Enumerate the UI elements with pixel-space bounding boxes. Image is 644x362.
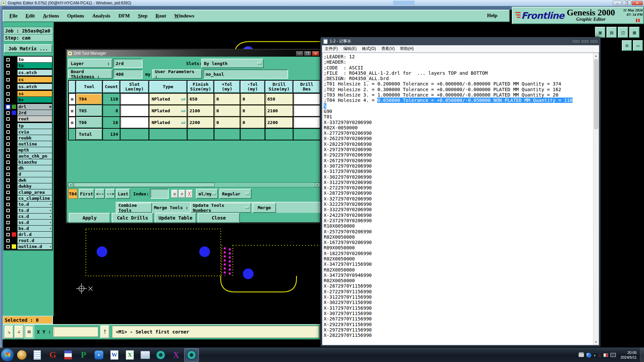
toolbar-button[interactable]: ◫ xyxy=(618,27,628,38)
input-flag-icon[interactable] xyxy=(603,353,608,357)
menu-item[interactable]: Rout xyxy=(156,13,166,19)
layer-checkbox[interactable] xyxy=(6,167,10,170)
layer-row[interactable]: rout.d ➤ ⊞ xyxy=(4,238,52,243)
delete-tool-button[interactable]: ╳ xyxy=(186,190,193,198)
notepad-menu-item[interactable]: 格式(O) xyxy=(359,46,378,52)
layer-checkbox[interactable] xyxy=(6,105,10,109)
minus-tol-input[interactable]: 0 xyxy=(240,105,265,116)
layer-checkbox[interactable] xyxy=(6,221,10,224)
drill-size-input[interactable]: 2200 xyxy=(265,117,293,128)
layer-checkbox[interactable] xyxy=(6,239,10,242)
apply-button[interactable]: Apply xyxy=(69,213,110,223)
layer-checkbox[interactable] xyxy=(6,98,10,102)
type-dropdown[interactable]: NPlated xyxy=(149,94,187,105)
layer-checkbox[interactable] xyxy=(6,197,10,200)
p-app-icon[interactable]: P xyxy=(76,348,91,362)
flag-tool-button[interactable]: ◇ xyxy=(179,190,185,198)
layer-row[interactable]: to.d ➤ ⊞ xyxy=(4,201,52,207)
layer-row[interactable]: cs.d ➤ ⊞ xyxy=(4,214,52,219)
layer-row[interactable]: cs ➤ ⊞ xyxy=(4,77,52,82)
keyboard-icon[interactable] xyxy=(610,353,616,357)
toolbar-button[interactable]: ▤ xyxy=(606,27,617,38)
tool-button[interactable]: T04 xyxy=(76,94,102,105)
layer-row[interactable]: biaozhu ➤ ⊞ xyxy=(4,159,52,165)
layer-checkbox[interactable] xyxy=(6,124,10,128)
finish-size-input[interactable]: 650 xyxy=(187,94,214,105)
merge-button[interactable]: Merge xyxy=(253,203,276,213)
layer-row[interactable]: d ➤ ⊞ xyxy=(4,171,52,177)
prev-button[interactable]: <-- xyxy=(95,189,105,199)
layer-checkbox[interactable] xyxy=(6,142,10,146)
layer-row[interactable]: dwkby ➤ ⊞ xyxy=(4,183,52,189)
drill-des-input[interactable] xyxy=(293,94,320,105)
toolbar-button[interactable]: ⊞ xyxy=(622,40,632,51)
layer-row[interactable]: 2rd ➤ ⊞ xyxy=(4,110,52,116)
notepad-menu-item[interactable]: 查看(V) xyxy=(379,46,397,52)
layer-checkbox[interactable] xyxy=(6,71,10,74)
menu-item[interactable]: Options xyxy=(67,13,84,19)
notepad-text-area[interactable]: ;LEADER: 12 ;HEADER: ;CODE : ASCII ;FILE… xyxy=(322,53,593,345)
plus-tol-input[interactable]: 0 xyxy=(214,94,240,105)
notepad-close-button[interactable] xyxy=(590,39,598,44)
layer-row[interactable]: bs ➤ ⊞ xyxy=(4,97,52,103)
menu-item[interactable]: File xyxy=(9,13,17,19)
layer-row[interactable]: auto_chk_pn ➤ ⊞ xyxy=(4,153,52,159)
layer-checkbox[interactable] xyxy=(6,155,10,158)
start-button[interactable] xyxy=(1,349,14,361)
layer-checkbox[interactable] xyxy=(6,78,10,81)
layer-row[interactable]: ss.etch ➤ ⊞ xyxy=(4,84,52,89)
mode-dropdown[interactable]: Regular xyxy=(219,189,252,199)
layer-checkbox[interactable] xyxy=(6,227,10,230)
layer-row[interactable]: cs.etch ➤ ⊞ xyxy=(4,70,52,75)
slot-len-input[interactable] xyxy=(120,105,149,116)
zoom-fit-button[interactable]: ⇘ xyxy=(4,325,13,338)
layer-row[interactable]: bs.d ➤ ⊞ xyxy=(4,226,52,231)
layer-checkbox[interactable] xyxy=(6,111,10,115)
layer-value-input[interactable]: 2rd xyxy=(113,59,143,68)
slot-len-input[interactable] xyxy=(120,94,149,105)
printer-icon[interactable] xyxy=(579,353,584,357)
toolbar-button[interactable]: ▭ xyxy=(633,40,643,51)
layer-checkbox[interactable] xyxy=(6,58,10,61)
genesis-icon[interactable] xyxy=(153,348,168,362)
grid-toggle-button[interactable]: ⊞ xyxy=(24,325,34,338)
layer-row[interactable]: cs_clampline ➤ ⊞ xyxy=(4,195,52,201)
shell-icon[interactable] xyxy=(14,348,29,362)
layer-checkbox[interactable] xyxy=(6,191,10,194)
notepad-menu-item[interactable]: 编辑(E) xyxy=(340,46,359,52)
layer-checkbox[interactable] xyxy=(6,64,10,67)
snap-angle-button[interactable]: ∠ xyxy=(14,325,23,338)
type-dropdown[interactable]: NPlated xyxy=(149,117,187,128)
layer-row[interactable]: to ➤ ⊞ xyxy=(4,57,52,62)
layer-row[interactable]: ss.d ➤ ⊞ xyxy=(4,220,52,225)
highlight-tool-button[interactable]: ◎ xyxy=(171,190,178,198)
drill-size-input[interactable]: 2100 xyxy=(265,105,293,116)
layer-row[interactable]: drl ➤ ⊞ xyxy=(4,104,52,110)
drill-des-input[interactable] xyxy=(293,105,320,116)
layer-checkbox[interactable] xyxy=(6,130,10,134)
x-server-icon[interactable]: X xyxy=(169,348,183,362)
word-icon[interactable]: W xyxy=(107,348,122,362)
show-hidden-icons-icon[interactable]: ▴ xyxy=(594,353,596,357)
minus-tol-input[interactable]: 0 xyxy=(240,94,265,105)
close-button[interactable]: ✕ xyxy=(632,1,643,5)
index-input[interactable] xyxy=(150,189,169,199)
layer-row[interactable]: cvia ➤ ⊞ xyxy=(4,129,52,135)
folder-icon[interactable] xyxy=(138,348,153,362)
help-icon[interactable]: ? xyxy=(586,353,591,358)
excel-icon[interactable]: X xyxy=(122,348,137,362)
tool-button[interactable]: T06 xyxy=(76,117,102,128)
dialog-close-icon[interactable]: ✕ xyxy=(312,51,319,56)
toolbar-button[interactable]: ▣ xyxy=(595,27,605,38)
menu-item[interactable]: Edit xyxy=(25,13,35,19)
layer-checkbox[interactable] xyxy=(6,203,10,206)
layer-row[interactable]: rout ➤ ⊞ xyxy=(4,116,52,122)
prompt-icon[interactable]: ! xyxy=(100,325,109,338)
toolbar-button[interactable]: ▦ xyxy=(629,27,640,38)
drill-des-input[interactable] xyxy=(293,117,320,128)
finish-size-input[interactable]: 2200 xyxy=(187,117,214,128)
notepad-menu-item[interactable]: 文件(F) xyxy=(322,46,340,52)
board-thickness-input[interactable]: 400 xyxy=(113,69,143,79)
menu-item[interactable]: Actions xyxy=(43,13,59,19)
notepad-titlebar[interactable]: 1-2 - 记事本 xyxy=(321,37,600,45)
